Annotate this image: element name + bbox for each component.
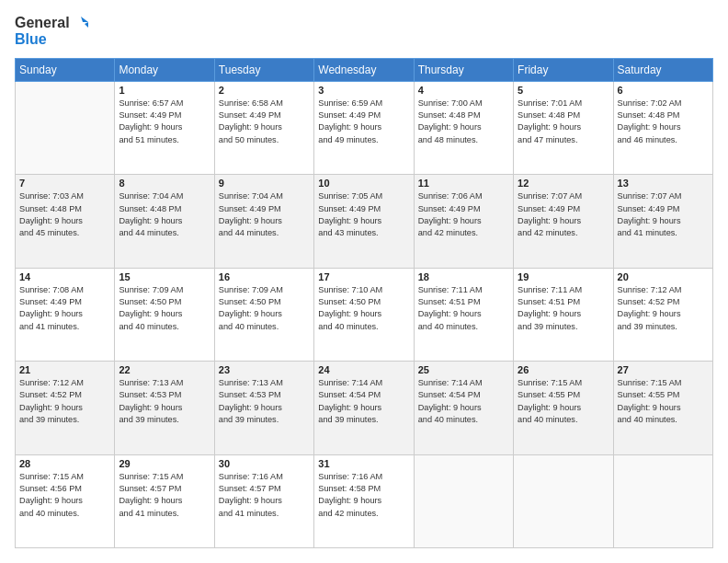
calendar-day-cell: 5Sunrise: 7:01 AMSunset: 4:48 PMDaylight… [514, 81, 613, 174]
day-info: Sunrise: 7:02 AMSunset: 4:48 PMDaylight:… [618, 98, 709, 146]
day-number: 9 [219, 178, 310, 189]
calendar-day-cell: 28Sunrise: 7:15 AMSunset: 4:56 PMDayligh… [16, 454, 115, 547]
calendar-day-cell: 11Sunrise: 7:06 AMSunset: 4:49 PMDayligh… [414, 175, 513, 268]
calendar-day-cell [414, 454, 513, 547]
day-number: 15 [119, 271, 210, 282]
day-number: 31 [318, 458, 409, 469]
day-info: Sunrise: 7:16 AMSunset: 4:57 PMDaylight:… [219, 471, 310, 520]
calendar-day-cell: 18Sunrise: 7:11 AMSunset: 4:51 PMDayligh… [414, 268, 513, 361]
calendar-week-row: 21Sunrise: 7:12 AMSunset: 4:52 PMDayligh… [16, 362, 713, 454]
calendar-week-row: 14Sunrise: 7:08 AMSunset: 4:49 PMDayligh… [16, 268, 713, 361]
calendar-day-cell: 24Sunrise: 7:14 AMSunset: 4:54 PMDayligh… [314, 362, 414, 454]
calendar-table: SundayMondayTuesdayWednesdayThursdayFrid… [15, 58, 713, 548]
day-number: 17 [318, 271, 409, 282]
day-number: 18 [418, 271, 509, 282]
calendar-day-cell [514, 454, 613, 547]
calendar-day-cell: 13Sunrise: 7:07 AMSunset: 4:49 PMDayligh… [613, 175, 712, 268]
calendar-day-cell: 14Sunrise: 7:08 AMSunset: 4:49 PMDayligh… [16, 268, 115, 361]
day-info: Sunrise: 6:58 AMSunset: 4:49 PMDaylight:… [219, 98, 310, 146]
day-number: 29 [119, 458, 210, 469]
day-info: Sunrise: 7:15 AMSunset: 4:56 PMDaylight:… [19, 471, 110, 520]
day-number: 12 [518, 178, 609, 189]
day-number: 2 [219, 85, 310, 96]
day-number: 22 [119, 364, 210, 375]
day-number: 6 [618, 85, 709, 96]
day-info: Sunrise: 7:11 AMSunset: 4:51 PMDaylight:… [418, 284, 509, 333]
day-info: Sunrise: 7:03 AMSunset: 4:48 PMDaylight:… [19, 190, 110, 239]
day-number: 8 [119, 178, 210, 189]
logo-graphic: General Blue [15, 15, 88, 49]
day-info: Sunrise: 7:04 AMSunset: 4:49 PMDaylight:… [219, 190, 310, 239]
day-info: Sunrise: 7:14 AMSunset: 4:54 PMDaylight:… [418, 377, 509, 426]
calendar-day-cell: 16Sunrise: 7:09 AMSunset: 4:50 PMDayligh… [214, 268, 313, 361]
day-number: 11 [418, 178, 509, 189]
logo-bird-icon [72, 15, 88, 31]
day-number: 23 [219, 364, 310, 375]
day-info: Sunrise: 7:01 AMSunset: 4:48 PMDaylight:… [518, 98, 609, 146]
day-number: 1 [119, 85, 210, 96]
day-info: Sunrise: 7:05 AMSunset: 4:49 PMDaylight:… [318, 190, 409, 239]
day-number: 27 [618, 364, 709, 375]
day-number: 26 [518, 364, 609, 375]
calendar-day-cell: 1Sunrise: 6:57 AMSunset: 4:49 PMDaylight… [115, 81, 214, 174]
day-info: Sunrise: 7:15 AMSunset: 4:55 PMDaylight:… [618, 377, 709, 426]
calendar-day-cell: 21Sunrise: 7:12 AMSunset: 4:52 PMDayligh… [16, 362, 115, 454]
day-number: 16 [219, 271, 310, 282]
calendar-day-cell: 23Sunrise: 7:13 AMSunset: 4:53 PMDayligh… [214, 362, 313, 454]
day-info: Sunrise: 7:13 AMSunset: 4:53 PMDaylight:… [219, 377, 310, 426]
calendar-day-cell: 6Sunrise: 7:02 AMSunset: 4:48 PMDaylight… [613, 81, 712, 174]
day-number: 3 [318, 85, 409, 96]
calendar-day-cell: 12Sunrise: 7:07 AMSunset: 4:49 PMDayligh… [514, 175, 613, 268]
day-number: 30 [219, 458, 310, 469]
day-number: 20 [618, 271, 709, 282]
calendar-day-cell: 31Sunrise: 7:16 AMSunset: 4:58 PMDayligh… [314, 454, 414, 547]
svg-marker-1 [85, 22, 88, 28]
day-info: Sunrise: 7:16 AMSunset: 4:58 PMDaylight:… [318, 471, 409, 520]
day-info: Sunrise: 7:12 AMSunset: 4:52 PMDaylight:… [19, 377, 110, 426]
weekday-header-wednesday: Wednesday [314, 58, 414, 81]
header: General Blue [15, 15, 713, 49]
day-number: 5 [518, 85, 609, 96]
day-info: Sunrise: 7:15 AMSunset: 4:55 PMDaylight:… [518, 377, 609, 426]
calendar-day-cell: 29Sunrise: 7:15 AMSunset: 4:57 PMDayligh… [115, 454, 214, 547]
day-number: 7 [19, 178, 110, 189]
day-number: 13 [618, 178, 709, 189]
day-number: 25 [418, 364, 509, 375]
calendar-week-row: 7Sunrise: 7:03 AMSunset: 4:48 PMDaylight… [16, 175, 713, 268]
day-number: 28 [19, 458, 110, 469]
day-info: Sunrise: 7:08 AMSunset: 4:49 PMDaylight:… [19, 284, 110, 333]
weekday-header-saturday: Saturday [613, 58, 712, 81]
calendar-day-cell: 17Sunrise: 7:10 AMSunset: 4:50 PMDayligh… [314, 268, 414, 361]
day-info: Sunrise: 7:04 AMSunset: 4:48 PMDaylight:… [119, 190, 210, 239]
calendar-day-cell: 2Sunrise: 6:58 AMSunset: 4:49 PMDaylight… [214, 81, 313, 174]
calendar-day-cell: 15Sunrise: 7:09 AMSunset: 4:50 PMDayligh… [115, 268, 214, 361]
calendar-day-cell: 7Sunrise: 7:03 AMSunset: 4:48 PMDaylight… [16, 175, 115, 268]
calendar-week-row: 1Sunrise: 6:57 AMSunset: 4:49 PMDaylight… [16, 81, 713, 174]
day-info: Sunrise: 7:06 AMSunset: 4:49 PMDaylight:… [418, 190, 509, 239]
weekday-header-thursday: Thursday [414, 58, 513, 81]
weekday-header-monday: Monday [115, 58, 214, 81]
day-number: 4 [418, 85, 509, 96]
calendar-week-row: 28Sunrise: 7:15 AMSunset: 4:56 PMDayligh… [16, 454, 713, 547]
day-info: Sunrise: 7:00 AMSunset: 4:48 PMDaylight:… [418, 98, 509, 146]
calendar-day-cell: 4Sunrise: 7:00 AMSunset: 4:48 PMDaylight… [414, 81, 513, 174]
calendar-day-cell: 8Sunrise: 7:04 AMSunset: 4:48 PMDaylight… [115, 175, 214, 268]
logo-text-general: General [15, 15, 70, 31]
logo: General Blue [15, 15, 88, 49]
day-info: Sunrise: 7:09 AMSunset: 4:50 PMDaylight:… [219, 284, 310, 333]
calendar-day-cell: 25Sunrise: 7:14 AMSunset: 4:54 PMDayligh… [414, 362, 513, 454]
day-info: Sunrise: 7:07 AMSunset: 4:49 PMDaylight:… [518, 190, 609, 239]
day-info: Sunrise: 7:15 AMSunset: 4:57 PMDaylight:… [119, 471, 210, 520]
day-info: Sunrise: 7:12 AMSunset: 4:52 PMDaylight:… [618, 284, 709, 333]
day-number: 24 [318, 364, 409, 375]
logo-text-blue: Blue [15, 31, 47, 48]
svg-marker-0 [81, 17, 88, 22]
calendar-header-row: SundayMondayTuesdayWednesdayThursdayFrid… [16, 58, 713, 81]
weekday-header-friday: Friday [514, 58, 613, 81]
calendar-day-cell [613, 454, 712, 547]
day-info: Sunrise: 6:57 AMSunset: 4:49 PMDaylight:… [119, 98, 210, 146]
calendar-day-cell: 3Sunrise: 6:59 AMSunset: 4:49 PMDaylight… [314, 81, 414, 174]
calendar-day-cell: 10Sunrise: 7:05 AMSunset: 4:49 PMDayligh… [314, 175, 414, 268]
day-info: Sunrise: 7:07 AMSunset: 4:49 PMDaylight:… [618, 190, 709, 239]
day-info: Sunrise: 7:09 AMSunset: 4:50 PMDaylight:… [119, 284, 210, 333]
